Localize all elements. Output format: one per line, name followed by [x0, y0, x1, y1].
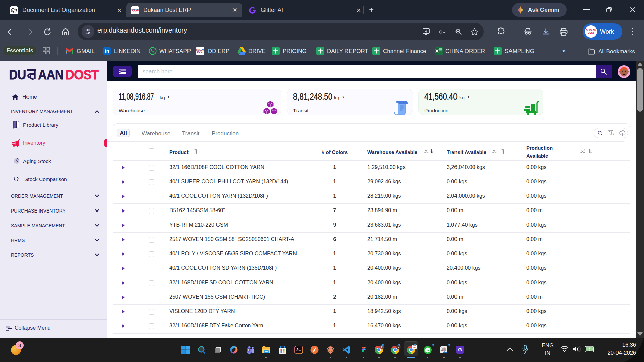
svg-text:DOST: DOST	[66, 69, 99, 82]
svg-text:T: T	[248, 348, 249, 351]
svg-text:AAN: AAN	[38, 69, 63, 82]
svg-text:DU: DU	[9, 69, 26, 82]
